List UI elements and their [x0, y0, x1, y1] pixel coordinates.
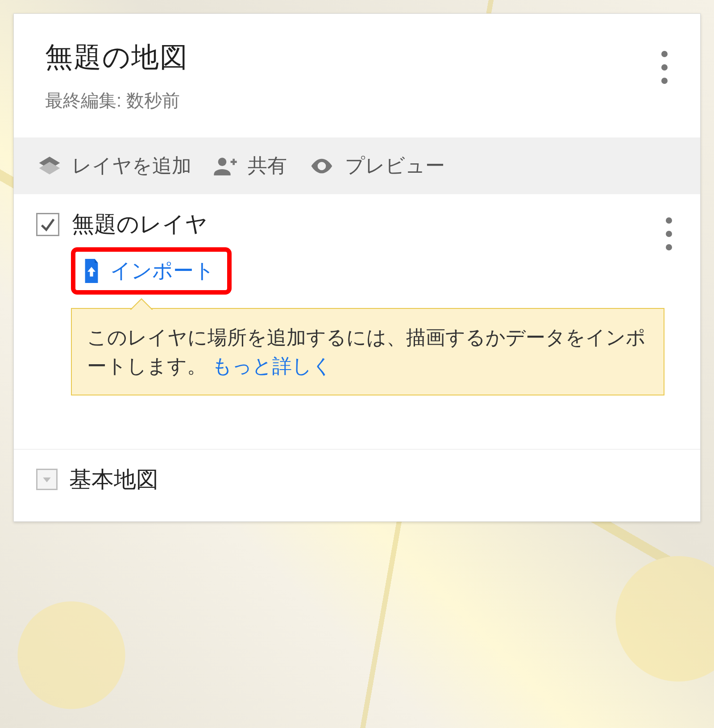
layer-tooltip: このレイヤに場所を追加するには、描画するかデータをインポートします。 もっと詳し… [71, 308, 664, 395]
map-editor-panel: 無題の地図 最終編集: 数秒前 レイヤを追加 [13, 13, 701, 522]
eye-icon [308, 154, 335, 179]
layer-section: 無題のレイヤ インポート このレイヤに場所を追加するには、描画するかデータをイン… [14, 194, 700, 449]
layers-icon [37, 154, 62, 179]
chevron-down-icon [41, 474, 53, 485]
kebab-dot-icon [666, 217, 672, 224]
map-title[interactable]: 無題の地図 [45, 38, 669, 76]
import-label: インポート [110, 257, 215, 285]
import-button[interactable]: インポート [71, 247, 232, 295]
layer-header: 無題のレイヤ [36, 209, 678, 239]
svg-marker-6 [43, 478, 50, 483]
panel-header: 無題の地図 最終編集: 数秒前 [14, 14, 700, 137]
person-add-icon [213, 154, 238, 179]
check-icon [39, 216, 57, 233]
kebab-dot-icon [661, 78, 668, 84]
tooltip-text: このレイヤに場所を追加するには、描画するかデータをインポートします。 [87, 326, 646, 377]
base-map-dropdown[interactable] [36, 469, 58, 490]
kebab-dot-icon [661, 64, 668, 71]
add-layer-button[interactable]: レイヤを追加 [37, 153, 191, 179]
kebab-dot-icon [661, 51, 668, 57]
preview-label: プレビュー [345, 153, 445, 179]
base-map-label: 基本地図 [69, 465, 158, 495]
svg-point-2 [218, 158, 227, 166]
kebab-dot-icon [666, 231, 672, 237]
layer-menu-button[interactable] [656, 214, 682, 254]
share-button[interactable]: 共有 [213, 153, 287, 179]
map-menu-button[interactable] [651, 47, 678, 87]
action-bar: レイヤを追加 共有 プレビュー [14, 137, 700, 194]
layer-visibility-checkbox[interactable] [36, 213, 59, 236]
upload-file-icon [82, 259, 101, 283]
layer-name[interactable]: 無題のレイヤ [72, 209, 208, 239]
add-layer-label: レイヤを追加 [72, 153, 191, 179]
learn-more-link[interactable]: もっと詳しく [212, 355, 332, 377]
last-edit-label: 最終編集: 数秒前 [45, 88, 669, 113]
base-map-row: 基本地図 [14, 449, 700, 521]
svg-rect-4 [232, 158, 235, 165]
svg-point-5 [320, 164, 324, 168]
kebab-dot-icon [666, 244, 672, 250]
share-label: 共有 [248, 153, 287, 179]
preview-button[interactable]: プレビュー [308, 153, 445, 179]
